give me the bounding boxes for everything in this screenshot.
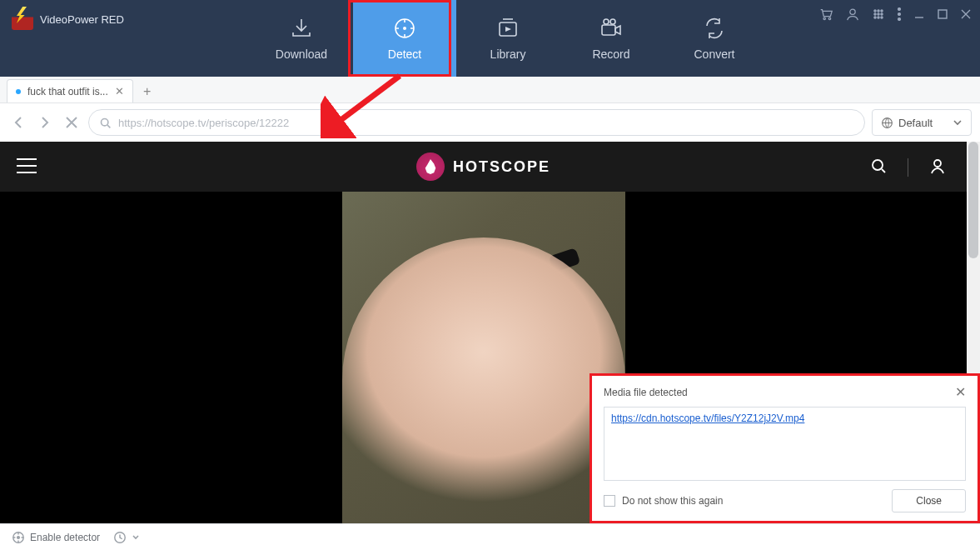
target-icon xyxy=(12,531,25,544)
new-tab-button[interactable]: + xyxy=(137,81,158,102)
site-header: HOTSCOPE xyxy=(0,142,967,192)
main-toolbar: Download Detect Library Record Convert xyxy=(250,0,766,77)
back-button[interactable] xyxy=(8,112,28,132)
library-label: Library xyxy=(490,48,526,61)
close-window-button[interactable] xyxy=(960,8,972,22)
address-row: Default xyxy=(0,103,980,142)
media-detected-popup: Media file detected ✕ https://cdn.hotsco… xyxy=(589,373,980,523)
svg-point-17 xyxy=(881,17,883,18)
svg-point-9 xyxy=(874,10,876,12)
apps-icon[interactable] xyxy=(872,8,885,23)
svg-point-20 xyxy=(898,18,901,21)
enable-detector-label: Enable detector xyxy=(30,532,100,543)
detect-label: Detect xyxy=(388,48,421,61)
app-logo-wrap: VideoPower RED xyxy=(0,0,136,38)
hamburger-icon[interactable] xyxy=(17,158,37,173)
svg-point-5 xyxy=(610,19,615,24)
svg-point-4 xyxy=(604,19,609,24)
tab-close-icon[interactable]: ✕ xyxy=(115,85,124,98)
divider xyxy=(908,158,908,177)
svg-point-22 xyxy=(102,118,108,125)
dont-show-again-label: Do not show this again xyxy=(622,495,723,507)
record-tab[interactable]: Record xyxy=(560,0,663,77)
checkbox-icon xyxy=(604,495,615,507)
search-icon xyxy=(99,117,112,129)
download-tab[interactable]: Download xyxy=(250,0,353,77)
status-bar: Enable detector xyxy=(0,523,980,550)
convert-label: Convert xyxy=(694,48,734,61)
menu-icon[interactable] xyxy=(897,8,902,23)
popup-close-icon[interactable]: ✕ xyxy=(955,384,966,400)
convert-tab[interactable]: Convert xyxy=(663,0,766,77)
user-icon[interactable] xyxy=(845,7,860,24)
download-label: Download xyxy=(276,48,327,61)
svg-point-16 xyxy=(878,17,879,18)
svg-point-27 xyxy=(17,536,20,538)
detected-media-link[interactable]: https://cdn.hotscope.tv/files/Y2Z12jJ2V.… xyxy=(611,412,804,424)
svg-point-10 xyxy=(878,10,879,12)
stop-button[interactable] xyxy=(62,112,82,132)
svg-point-18 xyxy=(898,8,901,11)
globe-icon xyxy=(881,117,893,129)
popup-close-button[interactable]: Close xyxy=(892,489,966,512)
minimize-button[interactable] xyxy=(913,8,925,22)
maximize-button[interactable] xyxy=(937,8,948,22)
title-bar: VideoPower RED Download Detect Library R… xyxy=(0,0,980,77)
record-icon xyxy=(599,16,624,41)
svg-point-6 xyxy=(823,18,825,19)
library-icon xyxy=(495,16,520,41)
video-frame xyxy=(342,192,625,523)
download-icon xyxy=(289,16,314,41)
convert-icon xyxy=(702,16,727,41)
site-brand: HOTSCOPE xyxy=(453,158,550,176)
svg-point-7 xyxy=(828,18,830,19)
forward-button[interactable] xyxy=(35,112,55,132)
clock-icon xyxy=(113,531,127,544)
svg-point-1 xyxy=(403,27,406,30)
site-profile-icon[interactable] xyxy=(928,157,947,178)
svg-point-8 xyxy=(850,9,855,14)
chevron-down-icon xyxy=(953,118,963,128)
window-controls xyxy=(818,7,972,24)
browser-tab[interactable]: fuck that outfit is... ✕ xyxy=(7,79,133,102)
site-search-icon[interactable] xyxy=(869,157,888,178)
url-input[interactable] xyxy=(118,117,854,129)
protocol-label: Default xyxy=(898,117,933,129)
history-button[interactable] xyxy=(113,531,140,544)
site-logo[interactable]: HOTSCOPE xyxy=(416,152,550,181)
svg-point-24 xyxy=(873,160,883,170)
svg-rect-3 xyxy=(602,25,615,35)
svg-point-15 xyxy=(874,17,876,18)
popup-body: https://cdn.hotscope.tv/files/Y2Z12jJ2V.… xyxy=(604,407,966,481)
flame-icon xyxy=(416,152,445,181)
site-header-actions xyxy=(869,157,947,178)
dont-show-again-checkbox[interactable]: Do not show this again xyxy=(604,495,723,507)
svg-point-13 xyxy=(878,13,879,15)
detect-icon xyxy=(392,16,417,41)
detect-tab[interactable]: Detect xyxy=(353,0,456,77)
library-tab[interactable]: Library xyxy=(456,0,560,77)
svg-point-12 xyxy=(874,13,876,15)
svg-point-14 xyxy=(881,13,883,15)
tab-loading-icon xyxy=(16,89,21,94)
svg-point-11 xyxy=(881,10,883,12)
cart-icon[interactable] xyxy=(818,7,833,24)
browser-tab-strip: fuck that outfit is... ✕ + xyxy=(0,77,980,103)
popup-title: Media file detected xyxy=(604,387,688,398)
protocol-select[interactable]: Default xyxy=(872,109,972,136)
svg-point-19 xyxy=(898,13,901,16)
svg-rect-21 xyxy=(938,10,947,18)
app-title: VideoPower RED xyxy=(40,13,124,26)
record-label: Record xyxy=(592,48,629,61)
svg-point-25 xyxy=(934,160,941,167)
chevron-down-icon xyxy=(132,533,140,542)
tab-title: fuck that outfit is... xyxy=(27,86,108,98)
app-logo-icon xyxy=(12,8,33,30)
address-bar[interactable] xyxy=(88,109,865,136)
scrollbar-thumb[interactable] xyxy=(968,142,978,258)
enable-detector-button[interactable]: Enable detector xyxy=(12,531,100,544)
